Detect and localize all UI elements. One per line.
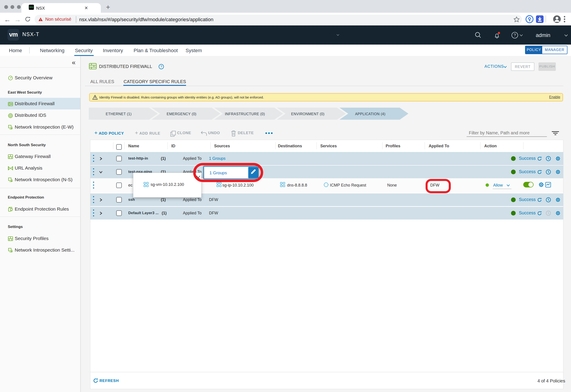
- svg-text:EMERGENCY (0): EMERGENCY (0): [167, 112, 196, 116]
- svg-text:?: ?: [160, 65, 162, 69]
- svg-text:?: ?: [514, 33, 516, 37]
- svg-text:INFRASTRUCTURE (0): INFRASTRUCTURE (0): [225, 112, 265, 116]
- svg-text:APPLICATION (4): APPLICATION (4): [355, 112, 385, 116]
- svg-text:ETHERNET (1): ETHERNET (1): [106, 112, 132, 116]
- svg-text:ENVIRONMENT (0): ENVIRONMENT (0): [291, 112, 324, 116]
